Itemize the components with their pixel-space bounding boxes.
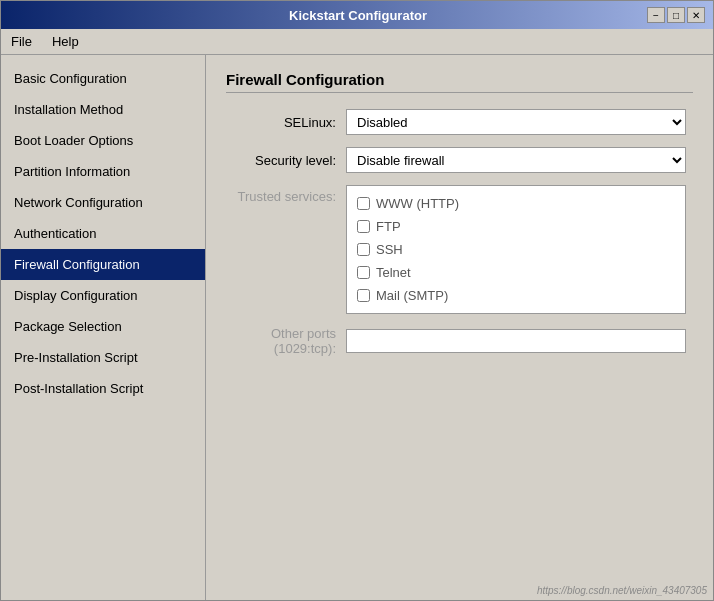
service-label-mail: Mail (SMTP) [376, 288, 448, 303]
main-window: Kickstart Configurator − □ ✕ File Help B… [0, 0, 714, 601]
security-level-select[interactable]: Disable firewallEnable firewall [346, 147, 686, 173]
sidebar-item-display-configuration[interactable]: Display Configuration [1, 280, 205, 311]
help-menu[interactable]: Help [46, 32, 85, 51]
other-ports-section: Other ports (1029:tcp): [226, 326, 693, 356]
service-checkbox-mail[interactable] [357, 289, 370, 302]
trusted-services-label: Trusted services: [226, 185, 346, 314]
minimize-button[interactable]: − [647, 7, 665, 23]
selinux-label: SELinux: [226, 115, 346, 130]
close-button[interactable]: ✕ [687, 7, 705, 23]
section-title: Firewall Configuration [226, 71, 693, 93]
sidebar-item-package-selection[interactable]: Package Selection [1, 311, 205, 342]
security-level-row: Security level: Disable firewallEnable f… [226, 147, 693, 173]
sidebar-item-pre-installation-script[interactable]: Pre-Installation Script [1, 342, 205, 373]
menu-bar: File Help [1, 29, 713, 55]
window-title: Kickstart Configurator [69, 8, 647, 23]
title-bar: Kickstart Configurator − □ ✕ [1, 1, 713, 29]
watermark: https://blog.csdn.net/weixin_43407305 [537, 585, 707, 596]
sidebar-item-partition-information[interactable]: Partition Information [1, 156, 205, 187]
service-checkbox-ssh[interactable] [357, 243, 370, 256]
sidebar-item-firewall-configuration[interactable]: Firewall Configuration [1, 249, 205, 280]
selinux-control: DisabledEnforcingPermissive [346, 109, 686, 135]
sidebar-item-basic-configuration[interactable]: Basic Configuration [1, 63, 205, 94]
content-area: Basic ConfigurationInstallation MethodBo… [1, 55, 713, 600]
service-item-ssh: SSH [355, 238, 677, 261]
sidebar-item-boot-loader-options[interactable]: Boot Loader Options [1, 125, 205, 156]
file-menu[interactable]: File [5, 32, 38, 51]
other-ports-input[interactable] [346, 329, 686, 353]
selinux-select[interactable]: DisabledEnforcingPermissive [346, 109, 686, 135]
other-ports-label: Other ports (1029:tcp): [226, 326, 346, 356]
service-item-www: WWW (HTTP) [355, 192, 677, 215]
sidebar-item-installation-method[interactable]: Installation Method [1, 94, 205, 125]
main-panel: Firewall Configuration SELinux: Disabled… [206, 55, 713, 600]
services-box: WWW (HTTP)FTPSSHTelnetMail (SMTP) [346, 185, 686, 314]
maximize-button[interactable]: □ [667, 7, 685, 23]
service-label-www: WWW (HTTP) [376, 196, 459, 211]
sidebar-item-network-configuration[interactable]: Network Configuration [1, 187, 205, 218]
sidebar-item-post-installation-script[interactable]: Post-Installation Script [1, 373, 205, 404]
service-label-telnet: Telnet [376, 265, 411, 280]
service-label-ftp: FTP [376, 219, 401, 234]
service-checkbox-telnet[interactable] [357, 266, 370, 279]
service-item-mail: Mail (SMTP) [355, 284, 677, 307]
service-checkbox-www[interactable] [357, 197, 370, 210]
security-level-label: Security level: [226, 153, 346, 168]
service-item-ftp: FTP [355, 215, 677, 238]
service-checkbox-ftp[interactable] [357, 220, 370, 233]
service-label-ssh: SSH [376, 242, 403, 257]
sidebar: Basic ConfigurationInstallation MethodBo… [1, 55, 206, 600]
sidebar-item-authentication[interactable]: Authentication [1, 218, 205, 249]
service-item-telnet: Telnet [355, 261, 677, 284]
security-level-control: Disable firewallEnable firewall [346, 147, 686, 173]
trusted-services-section: Trusted services: WWW (HTTP)FTPSSHTelnet… [226, 185, 693, 314]
selinux-row: SELinux: DisabledEnforcingPermissive [226, 109, 693, 135]
window-controls: − □ ✕ [647, 7, 705, 23]
